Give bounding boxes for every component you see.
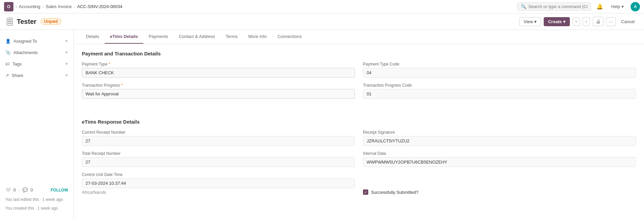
tabs: Details eTims Details Payments Contact &… bbox=[74, 30, 644, 44]
receipt-signature-field: Receipt Signature JZRAULCT5IYTUZU2 bbox=[363, 130, 636, 146]
control-unit-date-time-field: Control Unit Date Time 27-03-2024 10:37:… bbox=[82, 172, 355, 195]
tab-connections[interactable]: Connections bbox=[272, 30, 307, 44]
top-nav: O › Accounting › Sales Invoice › ACC-SIN… bbox=[0, 0, 644, 13]
view-chevron-icon: ▾ bbox=[534, 19, 537, 24]
notification-bell-button[interactable]: 🔔 bbox=[595, 2, 604, 11]
breadcrumb-area: O › Accounting › Sales Invoice › ACC-SIN… bbox=[4, 2, 122, 11]
hamburger-menu-button[interactable]: ☰ bbox=[7, 18, 13, 26]
person-icon: 👤 bbox=[5, 39, 11, 44]
transaction-progress-label: Transaction Progress * bbox=[82, 83, 355, 88]
required-marker-2: * bbox=[121, 83, 123, 88]
activity-dot: · bbox=[18, 187, 20, 192]
doc-header-left: ☰ Tester Unpaid bbox=[7, 18, 61, 26]
tab-more-info[interactable]: More Info bbox=[243, 30, 272, 44]
total-receipt-number-label: Total Receipt Number bbox=[82, 151, 355, 156]
search-bar[interactable]: 🔍 bbox=[517, 2, 591, 11]
payment-type-code-value: 04 bbox=[363, 68, 636, 78]
create-label: Create bbox=[548, 19, 561, 24]
assigned-to-label: Assigned To bbox=[13, 39, 37, 44]
etims-response-title: eTims Response Details bbox=[82, 119, 636, 125]
app-icon[interactable]: O bbox=[4, 2, 13, 11]
successfully-submitted-row[interactable]: ✓ Successfully Submitted? bbox=[363, 189, 636, 195]
receipt-signature-value: JZRAULCT5IYTUZU2 bbox=[363, 136, 636, 146]
successfully-submitted-field: ✓ Successfully Submitted? bbox=[363, 172, 636, 195]
breadcrumb-sep-2: › bbox=[42, 4, 44, 9]
assigned-to-add-button[interactable]: + bbox=[65, 38, 68, 44]
status-badge: Unpaid bbox=[41, 18, 62, 25]
payment-type-code-label: Payment Type Code bbox=[363, 62, 636, 67]
next-nav-button[interactable]: › bbox=[583, 17, 590, 26]
help-button[interactable]: Help ▾ bbox=[608, 3, 627, 10]
tab-payments[interactable]: Payments bbox=[143, 30, 173, 44]
current-receipt-number-field: Current Receipt Number 27 bbox=[82, 130, 355, 146]
tab-details[interactable]: Details bbox=[80, 30, 105, 44]
timezone-value: Africa/Nairobi bbox=[82, 190, 355, 195]
print-button[interactable]: 🖨 bbox=[593, 17, 603, 26]
more-actions-button[interactable]: ··· bbox=[606, 17, 616, 26]
share-add-button[interactable]: + bbox=[65, 72, 68, 78]
tag-icon: 🏷 bbox=[5, 61, 10, 67]
sidebar-item-share[interactable]: ↗ Share + bbox=[0, 70, 73, 81]
transaction-progress-code-label: Transaction Progress Code bbox=[363, 83, 636, 88]
payment-type-value[interactable]: BANK CHECK bbox=[82, 68, 355, 78]
share-icon: ↗ bbox=[5, 73, 9, 78]
total-receipt-number-field: Total Receipt Number 27 bbox=[82, 151, 355, 167]
paperclip-icon: 📎 bbox=[5, 50, 11, 55]
breadcrumb-accounting[interactable]: Accounting bbox=[19, 4, 40, 9]
last-edited-text: You last edited this · 1 week ago bbox=[5, 195, 68, 204]
successfully-submitted-label: Successfully Submitted? bbox=[371, 190, 419, 195]
tags-add-button[interactable]: + bbox=[65, 61, 68, 67]
payment-type-field: Payment Type * BANK CHECK bbox=[82, 62, 355, 78]
top-nav-right: 🔍 🔔 Help ▾ A bbox=[517, 2, 640, 11]
activity-section: 🤍 0 · 💬 0 FOLLOW You last edited this · … bbox=[0, 183, 73, 217]
breadcrumb-sep-3: › bbox=[74, 4, 75, 9]
attachments-add-button[interactable]: + bbox=[65, 49, 68, 55]
view-button[interactable]: View ▾ bbox=[519, 17, 541, 26]
breadcrumb-sales-invoice[interactable]: Sales Invoice bbox=[46, 4, 71, 9]
payment-type-label: Payment Type * bbox=[82, 62, 355, 67]
transaction-progress-value[interactable]: Wait for Approval bbox=[82, 89, 355, 99]
activity-row: 🤍 0 · 💬 0 FOLLOW bbox=[5, 187, 68, 192]
doc-title: Tester bbox=[17, 18, 37, 26]
sidebar-item-attachments[interactable]: 📎 Attachments + bbox=[0, 47, 73, 58]
transaction-progress-code-field: Transaction Progress Code 01 bbox=[363, 83, 636, 99]
etims-response-section: eTims Response Details Current Receipt N… bbox=[74, 112, 644, 202]
breadcrumb-current: ACC-SINV-2024-00034 bbox=[77, 4, 122, 9]
payment-section-title: Payment and Transaction Details bbox=[82, 51, 636, 56]
main-layout: 👤 Assigned To + 📎 Attachments + 🏷 Tags +… bbox=[0, 30, 644, 219]
successfully-submitted-checkbox[interactable]: ✓ bbox=[363, 189, 368, 195]
transaction-progress-code-value: 01 bbox=[363, 89, 636, 99]
view-label: View bbox=[524, 19, 533, 24]
tags-label: Tags bbox=[12, 61, 21, 67]
avatar[interactable]: A bbox=[631, 2, 640, 11]
control-unit-date-time-value: 27-03-2024 10:37:44 bbox=[82, 178, 355, 188]
breadcrumb-sep-1: › bbox=[15, 4, 17, 9]
search-icon: 🔍 bbox=[521, 4, 526, 9]
like-icon: 🤍 bbox=[5, 187, 11, 192]
total-receipt-number-value: 27 bbox=[82, 157, 355, 167]
internal-data-value: WWPWMW5UY2OPB7U6CB5ENOZEHY bbox=[363, 157, 636, 167]
like-count: 0 bbox=[13, 187, 16, 192]
payment-form-grid: Payment Type * BANK CHECK Payment Type C… bbox=[82, 62, 636, 99]
tab-etims-details[interactable]: eTims Details bbox=[105, 30, 144, 44]
internal-data-label: Internal Data bbox=[363, 151, 636, 156]
create-button[interactable]: Create ▾ bbox=[544, 17, 570, 26]
comment-icon: 💬 bbox=[22, 187, 28, 192]
sidebar-item-tags[interactable]: 🏷 Tags + bbox=[0, 58, 73, 70]
tab-contact-address[interactable]: Contact & Address bbox=[173, 30, 220, 44]
search-input[interactable] bbox=[528, 4, 587, 9]
doc-header: ☰ Tester Unpaid View ▾ Create ▾ ‹ › 🖨 ··… bbox=[0, 13, 644, 30]
prev-nav-button[interactable]: ‹ bbox=[573, 17, 580, 26]
cancel-button[interactable]: Cancel bbox=[619, 17, 637, 26]
etims-response-form-grid: Current Receipt Number 27 Receipt Signat… bbox=[82, 130, 636, 195]
sidebar-item-assigned-to[interactable]: 👤 Assigned To + bbox=[0, 35, 73, 47]
payment-transaction-section: Payment and Transaction Details Payment … bbox=[74, 44, 644, 105]
control-unit-date-time-label: Control Unit Date Time bbox=[82, 172, 355, 177]
required-marker: * bbox=[109, 62, 110, 67]
comment-count: 0 bbox=[31, 187, 33, 192]
follow-button[interactable]: FOLLOW bbox=[51, 188, 68, 192]
receipt-signature-label: Receipt Signature bbox=[363, 130, 636, 135]
internal-data-field: Internal Data WWPWMW5UY2OPB7U6CB5ENOZEHY bbox=[363, 151, 636, 167]
tab-terms[interactable]: Terms bbox=[220, 30, 243, 44]
doc-header-right: View ▾ Create ▾ ‹ › 🖨 ··· Cancel bbox=[519, 17, 637, 26]
